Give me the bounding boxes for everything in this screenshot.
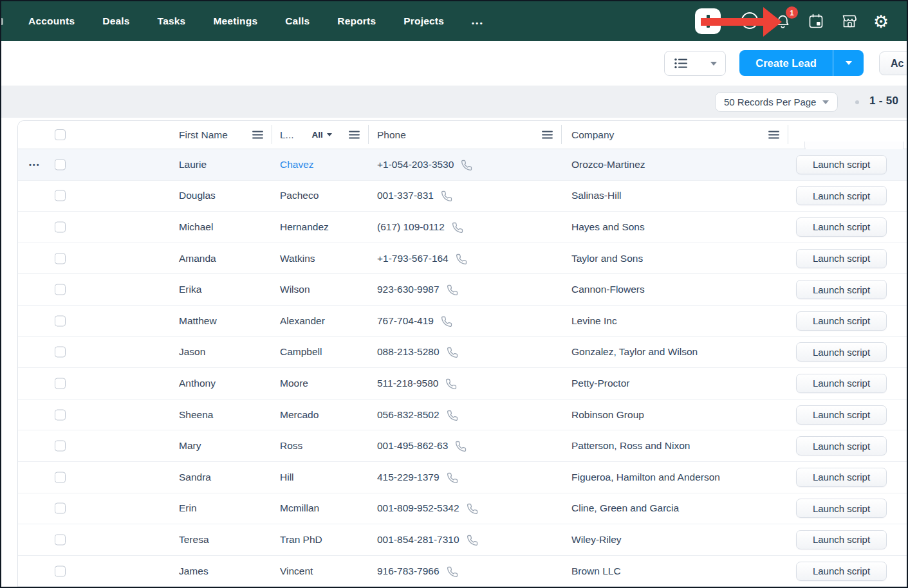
column-menu-icon[interactable] (768, 131, 779, 139)
phone-icon[interactable] (467, 535, 478, 546)
phone-icon[interactable] (456, 253, 467, 265)
launch-script-button[interactable]: Launch script (796, 280, 887, 299)
company-name: Patterson, Ross and Nixon (571, 440, 690, 452)
phone-icon[interactable] (447, 410, 458, 421)
tab-accounts[interactable]: Accounts (28, 15, 75, 27)
row-checkbox[interactable] (55, 159, 66, 170)
tab-projects[interactable]: Projects (403, 15, 444, 27)
phone-number: +1-793-567-164 (377, 253, 449, 264)
launch-script-button[interactable]: Launch script (796, 374, 887, 393)
phone-icon[interactable] (441, 190, 452, 202)
view-selector-button[interactable] (664, 51, 726, 76)
tab-calls[interactable]: Calls (285, 15, 310, 27)
launch-script-button[interactable]: Launch script (796, 217, 887, 237)
last-name-link[interactable]: Moore (280, 378, 308, 389)
search-icon[interactable] (741, 12, 758, 29)
more-modules-icon[interactable]: ••• (472, 15, 484, 27)
launch-script-button[interactable]: Launch script (796, 436, 887, 455)
tab-tasks[interactable]: Tasks (158, 15, 186, 27)
phone-number: 001-337-831 (377, 190, 434, 201)
pagination-bar: 50 Records Per Page 1 - 50 (1, 86, 907, 118)
phone-icon[interactable] (441, 316, 452, 327)
last-name-link[interactable]: Chavez (280, 159, 314, 170)
row-checkbox[interactable] (55, 378, 66, 389)
last-name-link[interactable]: Campbell (280, 346, 322, 358)
row-checkbox[interactable] (55, 534, 66, 545)
last-name-link[interactable]: Vincent (280, 565, 313, 577)
row-checkbox[interactable] (55, 190, 66, 201)
column-company[interactable]: Company (562, 121, 788, 149)
marketplace-button[interactable] (840, 1, 858, 41)
launch-script-button[interactable]: Launch script (796, 155, 887, 174)
row-checkbox[interactable] (55, 472, 66, 482)
phone-icon[interactable] (461, 160, 472, 171)
column-menu-icon[interactable] (349, 131, 360, 139)
phone-icon[interactable] (445, 378, 457, 390)
column-last-name[interactable]: L... All (272, 121, 369, 149)
first-name: Mary (179, 440, 201, 452)
actions-button[interactable]: Ac (879, 51, 908, 75)
launch-script-button[interactable]: Launch script (796, 342, 887, 362)
last-name-link[interactable]: Watkins (280, 253, 315, 264)
launch-script-button[interactable]: Launch script (796, 186, 887, 205)
last-name-link[interactable]: Pacheco (280, 190, 319, 201)
table-row: ••• Teresa Tran PhD 001-854-281-7310 Wil… (18, 524, 908, 556)
row-checkbox[interactable] (55, 441, 66, 452)
launch-script-button[interactable]: Launch script (796, 468, 887, 487)
phone-icon[interactable] (447, 472, 458, 484)
last-name-link[interactable]: Tran PhD (280, 534, 322, 546)
tab-deals[interactable]: Deals (102, 15, 129, 27)
company-name: Cannon-Flowers (571, 284, 645, 295)
launch-script-button[interactable]: Launch script (796, 530, 887, 549)
row-checkbox[interactable] (55, 409, 66, 420)
launch-script-button[interactable]: Launch script (796, 405, 887, 425)
phone-icon[interactable] (467, 503, 478, 515)
create-lead-button[interactable]: Create Lead (739, 50, 833, 76)
row-checkbox[interactable] (55, 347, 66, 358)
row-checkbox[interactable] (55, 221, 66, 232)
row-checkbox[interactable] (55, 284, 66, 295)
launch-script-button[interactable]: Launch script (796, 499, 887, 518)
table-row: ••• Anthony Moore 511-218-9580 Petty-Pro… (18, 368, 908, 400)
phone-icon[interactable] (447, 284, 458, 296)
last-name-link[interactable]: Alexander (280, 315, 325, 327)
column-phone[interactable]: Phone (369, 121, 562, 149)
last-name-link[interactable]: Ross (280, 440, 302, 452)
chevron-down-icon (710, 62, 717, 66)
launch-script-button[interactable]: Launch script (796, 249, 887, 268)
create-lead-dropdown[interactable] (833, 50, 864, 76)
row-checkbox[interactable] (55, 503, 66, 514)
last-name-link[interactable]: Wilson (280, 284, 310, 295)
column-menu-icon[interactable] (252, 131, 263, 139)
table-row: ••• Matthew Alexander 767-704-419 Levine… (18, 306, 908, 337)
phone-icon[interactable] (447, 347, 458, 358)
company-name: Wiley-Riley (571, 534, 622, 546)
launch-script-button[interactable]: Launch script (796, 562, 887, 581)
last-name-link[interactable]: Mercado (280, 409, 319, 421)
last-name-link[interactable]: Hernandez (280, 221, 329, 233)
settings-button[interactable]: ⚙ (873, 1, 889, 41)
phone-icon[interactable] (455, 441, 467, 452)
column-menu-icon[interactable] (542, 131, 553, 139)
tab-reports[interactable]: Reports (337, 15, 376, 27)
last-name-filter-dropdown[interactable]: All (312, 130, 332, 140)
row-checkbox[interactable] (55, 315, 66, 326)
column-first-name[interactable]: First Name (179, 121, 272, 149)
table-row: ••• Michael Hernandez (617) 109-0112 Hay… (18, 212, 908, 243)
phone-icon[interactable] (452, 222, 463, 234)
phone-icon[interactable] (447, 566, 458, 578)
tab-meetings[interactable]: Meetings (213, 15, 257, 27)
row-checkbox[interactable] (55, 253, 66, 264)
quick-create-icon[interactable] (695, 8, 721, 34)
select-all-checkbox[interactable] (55, 129, 66, 140)
launch-script-button[interactable]: Launch script (796, 311, 887, 331)
calendar-button[interactable] (808, 1, 824, 41)
last-name-link[interactable]: Mcmillan (280, 502, 319, 514)
phone-number: 916-783-7966 (377, 565, 440, 577)
row-checkbox[interactable] (55, 565, 66, 576)
last-name-link[interactable]: Hill (280, 472, 294, 483)
records-per-page-dropdown[interactable]: 50 Records Per Page (715, 92, 838, 112)
table-row: ••• James Vincent 916-783-7966 Brown LLC… (18, 556, 908, 587)
row-options-icon[interactable]: ••• (29, 161, 41, 169)
top-navigation: Accounts Deals Tasks Meetings Calls Repo… (1, 1, 907, 41)
